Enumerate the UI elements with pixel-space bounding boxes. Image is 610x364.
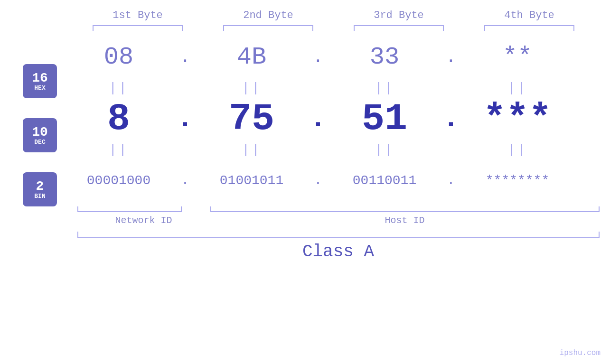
dec-row: 8 . 75 . 51 . *** [66,97,610,140]
class-label: Class A [77,242,600,261]
dec-byte-2: 75 [199,97,304,140]
bin-label: BIN [34,193,45,199]
id-labels: Network ID Host ID [77,215,600,226]
bin-dot-2: . [304,173,332,188]
dec-dot-1: . [171,103,199,134]
hex-dot-3: . [437,47,465,67]
bottom-section: Network ID Host ID [77,206,600,226]
hex-byte-3: 33 [332,43,437,71]
class-section: Class A [77,232,600,261]
dec-label: DEC [34,139,45,145]
bin-badge: 2 BIN [23,172,57,206]
bracket-network [77,206,182,212]
bin-byte-1: 00001000 [66,173,171,188]
equals-row-2: || || || || [66,140,610,159]
hex-row: 08 . 4B . 33 . ** [66,36,610,78]
dec-byte-4: *** [465,97,570,140]
dec-byte-3: 51 [332,97,437,140]
eq-1-byte-2: || [199,81,304,95]
hex-byte-1: 08 [66,43,171,71]
dec-byte-1: 8 [66,97,171,140]
eq-1-byte-1: || [66,81,171,95]
bracket-top-3 [354,25,444,31]
network-id-label: Network ID [77,215,210,226]
byte-header-1: 1st Byte [85,9,190,21]
bracket-top-4 [484,25,574,31]
bin-row: 00001000 . 01001011 . 00110011 . [66,159,610,202]
bin-byte-3: 00110011 [332,173,437,188]
bottom-brackets [77,206,600,212]
byte-header-3: 3rd Byte [347,9,451,21]
rows-container: 08 . 4B . 33 . ** [66,36,610,202]
dec-badge: 10 DEC [23,118,57,152]
bin-byte-4: ******** [465,173,570,188]
equals-row-1: || || || || [66,78,610,97]
byte-headers: 1st Byte 2nd Byte 3rd Byte 4th Byte [73,9,595,21]
host-id-label: Host ID [210,215,600,226]
bracket-top-1 [93,25,183,31]
bin-byte-2: 01001011 [199,173,304,188]
bracket-gap-1 [182,206,210,212]
eq-1-byte-3: || [332,81,437,95]
hex-label: HEX [34,85,45,91]
bracket-host [210,206,600,212]
dec-num: 10 [32,126,48,139]
byte-header-2: 2nd Byte [216,9,320,21]
hex-byte-2: 4B [199,43,304,71]
dec-dot-3: . [437,103,465,134]
bin-dot-1: . [171,173,199,188]
bin-dot-3: . [437,173,465,188]
hex-dot-2: . [304,47,332,67]
bracket-top-2 [223,25,313,31]
eq-2-byte-2: || [199,142,304,157]
top-brackets [73,25,595,31]
hex-badge: 16 HEX [23,64,57,98]
dec-dot-2: . [304,103,332,134]
eq-2-byte-3: || [332,142,437,157]
hex-num: 16 [32,72,48,85]
base-labels: 16 HEX 10 DEC 2 BIN [0,64,66,206]
hex-byte-4: ** [465,43,570,71]
hex-dot-1: . [171,47,199,67]
eq-2-byte-4: || [465,142,570,157]
eq-2-byte-1: || [66,142,171,157]
byte-header-4: 4th Byte [477,9,582,21]
main-container: 1st Byte 2nd Byte 3rd Byte 4th Byte 16 H… [0,0,610,364]
class-bracket [77,232,600,238]
bin-num: 2 [36,180,44,193]
watermark: ipshu.com [560,349,601,357]
eq-1-byte-4: || [465,81,570,95]
